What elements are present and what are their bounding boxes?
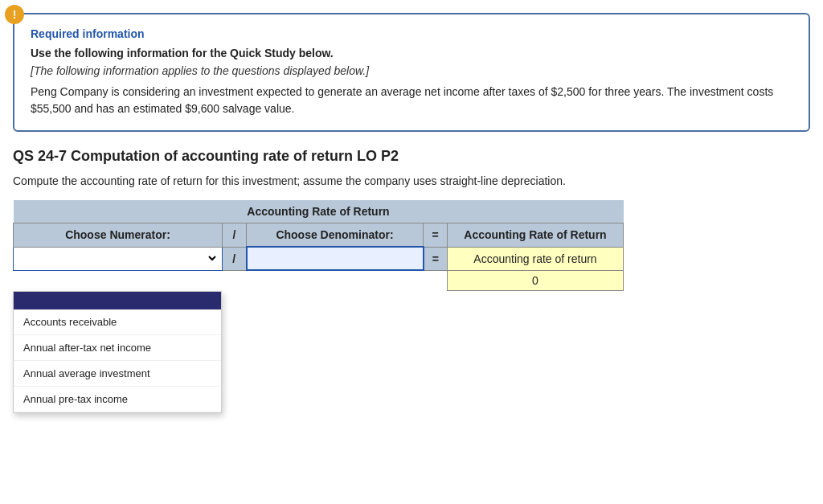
denominator-input[interactable] <box>248 249 423 268</box>
body-text: Peng Company is considering an investmen… <box>31 84 792 117</box>
list-item-accounts-receivable[interactable]: Accounts receivable <box>14 309 221 335</box>
slash-operator-row: / <box>223 247 247 270</box>
list-item-annual-after-tax[interactable]: Annual after-tax net income <box>14 335 221 361</box>
denominator-header: Choose Denominator: <box>247 223 424 248</box>
dropdown-wrapper: Accounts receivable Annual after-tax net… <box>17 252 219 265</box>
italic-note: [The following information applies to th… <box>31 64 792 77</box>
instruction-text: Compute the accounting rate of return fo… <box>13 174 810 187</box>
numerator-dropdown-cell[interactable]: Accounts receivable Annual after-tax net… <box>14 247 223 270</box>
bold-instruction: Use the following information for the Qu… <box>31 47 792 59</box>
denominator-input-cell[interactable] <box>247 247 424 270</box>
empty-cell-3 <box>247 270 424 290</box>
table-wrapper: Accounting Rate of Return Choose Numerat… <box>13 200 810 291</box>
table-main-header: Accounting Rate of Return <box>14 200 624 223</box>
equals-operator: = <box>424 223 448 248</box>
ror-table: Accounting Rate of Return Choose Numerat… <box>13 200 624 291</box>
numerator-header: Choose Numerator: <box>14 223 223 248</box>
equals-operator-row: = <box>424 247 448 270</box>
empty-cell-1 <box>14 270 223 290</box>
empty-cell-2 <box>223 270 247 290</box>
exclamation-icon: ! <box>5 5 24 24</box>
info-box: ! Required information Use the following… <box>13 13 810 132</box>
dropdown-list: Accounts receivable Annual after-tax net… <box>13 291 222 413</box>
slash-operator: / <box>223 223 247 248</box>
list-item-annual-pre-tax[interactable]: Annual pre-tax income <box>14 387 221 412</box>
empty-cell-4 <box>424 270 448 290</box>
list-item-annual-average-investment[interactable]: Annual average investment <box>14 361 221 387</box>
result-header: Accounting Rate of Return <box>448 223 624 248</box>
required-label: Required information <box>31 27 792 40</box>
section-title: QS 24-7 Computation of accounting rate o… <box>13 148 810 165</box>
numerator-select[interactable]: Accounts receivable Annual after-tax net… <box>17 252 219 265</box>
result-label-cell: Accounting rate of return <box>448 247 624 270</box>
result-value-cell: 0 <box>448 270 624 290</box>
list-header <box>14 292 221 309</box>
